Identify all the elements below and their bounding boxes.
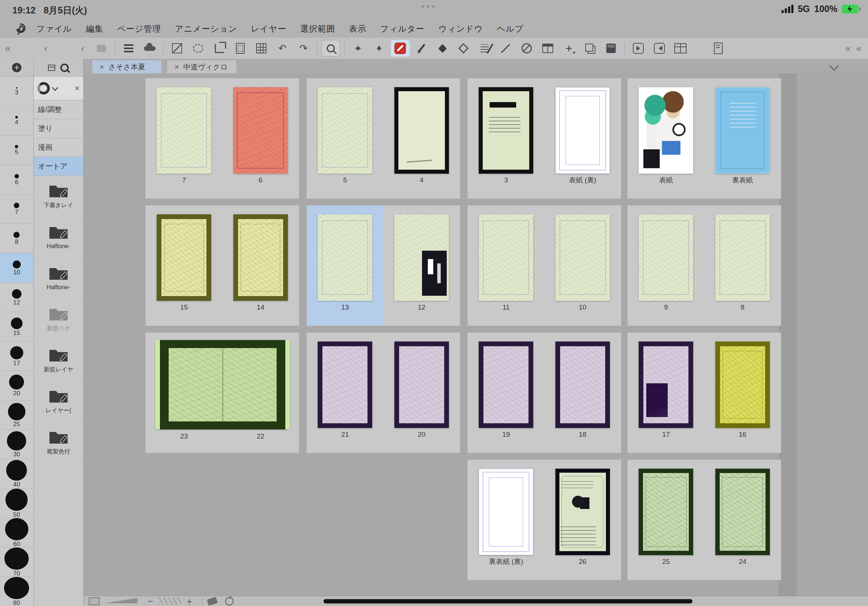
page-cell[interactable]: 24 — [704, 460, 781, 580]
menu-item-0[interactable]: ファイル — [36, 23, 72, 34]
page-thumbnail[interactable] — [479, 87, 533, 174]
brush-size-7[interactable]: 7 — [0, 194, 33, 224]
collapse-panel-icon[interactable]: ‹ — [81, 43, 86, 54]
add-icon[interactable]: + — [560, 40, 578, 57]
page-cell[interactable]: 10 — [544, 206, 621, 326]
brush-size-5[interactable]: 5 — [0, 136, 33, 165]
page-cell[interactable]: 26 — [544, 460, 621, 580]
zoom-track[interactable] — [158, 598, 181, 605]
menu-item-1[interactable]: 編集 — [86, 23, 103, 34]
page-thumbnail[interactable] — [157, 87, 211, 174]
page-cell[interactable]: 12 — [383, 206, 460, 326]
menu-item-2[interactable]: ページ管理 — [117, 23, 161, 34]
brush-size-70[interactable]: 70 — [0, 547, 33, 577]
subtool-category-1[interactable]: 塗り — [34, 119, 83, 138]
document-tab-0[interactable]: ×さそさ本夏 — [92, 60, 161, 73]
collapse-rail-icon[interactable]: ‹ — [44, 43, 49, 54]
page-cell[interactable]: 表紙 — [628, 79, 704, 198]
page-thumbnail[interactable] — [318, 214, 372, 301]
page-cell[interactable]: 9 — [628, 206, 704, 326]
brush-size-17[interactable]: 17 — [0, 342, 33, 371]
collapse-left-icon[interactable]: « — [5, 43, 12, 54]
page-cell[interactable]: 13 — [307, 206, 383, 326]
crop-icon[interactable] — [210, 40, 229, 57]
page-thumbnail[interactable] — [479, 342, 533, 428]
page-thumbnail[interactable] — [639, 342, 693, 428]
page-thumbnail[interactable] — [555, 469, 610, 555]
menu-item-9[interactable]: ヘルプ — [497, 23, 524, 34]
page-thumbnail[interactable] — [639, 469, 693, 555]
page-cell[interactable]: 25 — [628, 460, 704, 580]
clip-studio-logo-icon[interactable] — [14, 23, 27, 35]
ruler-pen-icon[interactable] — [475, 40, 494, 57]
line-tool-icon[interactable] — [496, 40, 515, 57]
export-back-icon[interactable] — [650, 40, 669, 57]
page-cell[interactable]: 15 — [146, 206, 222, 326]
page-thumbnail[interactable] — [555, 214, 610, 301]
brush-size-6[interactable]: 6 — [0, 165, 33, 194]
page-thumbnail[interactable] — [318, 342, 372, 428]
brush-size-80[interactable]: 80 — [0, 577, 33, 606]
flip-horizontal-icon[interactable] — [349, 40, 367, 57]
page-cell[interactable]: 裏表紙 (裏) — [468, 460, 544, 580]
auto-action-item-2[interactable]: Halftone- — [34, 258, 83, 299]
navigator-icon[interactable] — [207, 597, 218, 606]
page-cell[interactable]: 11 — [468, 206, 544, 326]
subtool-category-0[interactable]: 線/調整 — [34, 100, 83, 119]
page-cell[interactable]: 表紙 (裏) — [544, 79, 621, 198]
page-thumbnail[interactable] — [555, 87, 610, 174]
page-cell[interactable]: 17 — [628, 333, 704, 453]
spread-view-icon[interactable] — [671, 40, 690, 57]
tab-close-icon[interactable]: × — [175, 62, 179, 71]
page-thumbnail[interactable] — [394, 342, 449, 428]
marker-tool-icon[interactable] — [391, 40, 410, 57]
page-cell[interactable]: 16 — [704, 333, 781, 453]
spread-thumbnail[interactable] — [155, 340, 290, 430]
auto-action-item-0[interactable]: 下書きレイ — [34, 176, 83, 217]
search-icon[interactable] — [60, 63, 69, 72]
menu-icon[interactable] — [119, 40, 138, 57]
auto-action-item-5[interactable]: レイヤー( — [34, 381, 83, 422]
brush-size-50[interactable]: 50 — [0, 489, 33, 518]
page-thumbnail[interactable] — [555, 342, 610, 428]
zoom-tool-icon[interactable] — [321, 40, 340, 57]
page-thumbnail[interactable] — [233, 87, 288, 174]
frame-icon[interactable] — [231, 40, 250, 57]
prohibit-icon[interactable] — [517, 40, 536, 57]
menu-item-8[interactable]: ウィンドウ — [439, 23, 483, 34]
page-cell[interactable]: 8 — [704, 206, 781, 326]
flip-vertical-icon[interactable] — [370, 40, 389, 57]
home-icon[interactable] — [92, 40, 111, 57]
eraser-tool-icon[interactable] — [433, 40, 452, 57]
page-thumbnail[interactable] — [318, 87, 372, 174]
zoom-in-button[interactable]: + — [181, 598, 197, 605]
page-cell[interactable]: 5 — [307, 79, 383, 198]
page-cell[interactable]: 20 — [383, 333, 460, 453]
zoom-slider[interactable] — [104, 598, 137, 605]
multitask-handle-icon[interactable] — [422, 5, 434, 8]
page-thumbnail[interactable] — [715, 214, 770, 301]
brush-size-3[interactable]: 3 — [0, 77, 33, 106]
deselect-icon[interactable] — [167, 40, 186, 57]
brush-size-30[interactable]: 30 — [0, 430, 33, 459]
lasso-select-icon[interactable] — [189, 40, 208, 57]
redo-icon[interactable]: ↷ — [294, 40, 313, 57]
brush-size-40[interactable]: 40 — [0, 459, 33, 489]
brush-size-25[interactable]: 25 — [0, 400, 33, 430]
undo-icon[interactable]: ↶ — [273, 40, 292, 57]
brush-size-10[interactable]: 10 — [0, 253, 33, 283]
auto-action-item-4[interactable]: 新規レイヤ — [34, 340, 83, 381]
tabstrip-chevron-down-icon[interactable] — [829, 61, 839, 71]
reset-view-icon[interactable] — [225, 597, 234, 606]
brush-size-4[interactable]: 4 — [0, 106, 33, 136]
page-cell[interactable]: 3 — [468, 79, 544, 198]
menu-item-7[interactable]: フィルター — [380, 23, 425, 34]
page-thumbnail[interactable] — [394, 214, 449, 301]
subtool-category-2[interactable]: 漫画 — [34, 138, 83, 157]
page-thumbnail[interactable] — [639, 87, 693, 174]
brush-size-8[interactable]: 8 — [0, 224, 33, 253]
page-thumbnail[interactable] — [394, 87, 449, 174]
cloud-sync-icon[interactable] — [140, 40, 159, 57]
subtool-category-3[interactable]: オートア — [34, 157, 83, 176]
page-cell[interactable]: 21 — [307, 333, 383, 453]
